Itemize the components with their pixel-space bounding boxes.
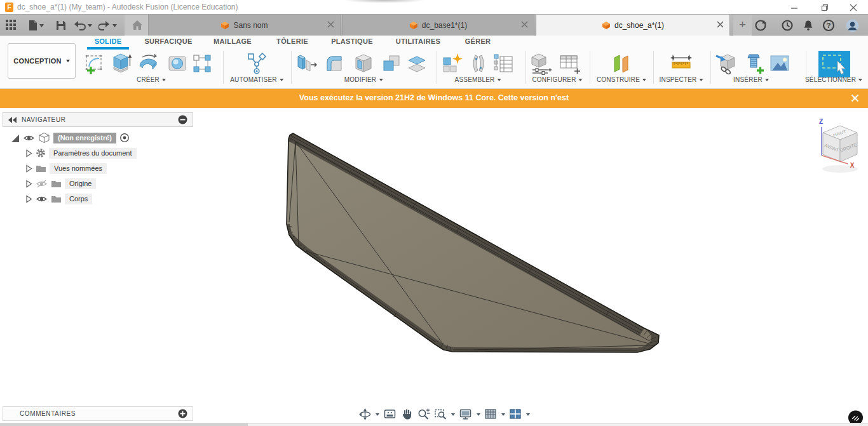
ribbon-tab-solide[interactable]: SOLIDE (95, 37, 122, 45)
construction-plane-icon[interactable] (610, 52, 633, 75)
shell-icon[interactable] (352, 52, 375, 75)
save-icon (55, 20, 67, 31)
fit-icon[interactable] (435, 408, 447, 420)
configure-icon[interactable] (529, 52, 552, 75)
tree-item-label[interactable]: Corps (65, 194, 92, 204)
viewport-canvas[interactable]: NAVIGATEUR (Non enregistré) Paramètres d… (0, 108, 868, 426)
eye-icon[interactable] (23, 133, 35, 143)
insert-derive-icon[interactable] (715, 52, 738, 75)
group-configurer[interactable]: CONFIGURER (532, 76, 582, 83)
tab-sans-nom[interactable]: Sans nom (148, 15, 341, 36)
ribbon-tab-surfacique[interactable]: SURFACIQUE (144, 37, 192, 45)
orbit-dropdown-caret[interactable] (376, 413, 379, 418)
notifications-button[interactable] (802, 19, 815, 32)
grid-dropdown-caret[interactable] (501, 413, 505, 418)
home-button[interactable] (125, 15, 150, 36)
create-sketch-icon[interactable] (84, 52, 107, 75)
recent-activity-button[interactable] (781, 19, 794, 32)
ribbon-tab-plastique[interactable]: PLASTIQUE (331, 37, 373, 45)
plus-circle-icon[interactable] (178, 409, 187, 418)
create-form-icon[interactable] (166, 52, 189, 75)
display-settings-icon[interactable] (459, 408, 472, 420)
fillet-icon[interactable] (323, 52, 346, 75)
tree-item-origine[interactable]: Origine (25, 177, 96, 190)
ribbon-tab-maillage[interactable]: MAILLAGE (214, 37, 252, 45)
comments-panel-header[interactable]: COMMENTAIRES (3, 406, 193, 421)
banner-close-icon[interactable] (851, 94, 859, 102)
automate-icon[interactable] (245, 52, 268, 75)
combine-icon[interactable] (380, 52, 403, 75)
collapse-panel-icon[interactable] (8, 117, 17, 123)
ribbon-tab-gerer[interactable]: GÉRER (465, 37, 491, 45)
file-menu-button[interactable] (27, 20, 44, 31)
tree-item-label[interactable]: Origine (65, 178, 96, 189)
group-construire[interactable]: CONSTRUIRE (597, 76, 646, 83)
group-in specter[interactable]: INSPECTER (659, 76, 703, 83)
navigator-panel-header[interactable]: NAVIGATEUR (3, 112, 193, 127)
grid-icon[interactable] (485, 408, 497, 420)
viewports-dropdown-caret[interactable] (526, 413, 530, 418)
pattern-icon[interactable] (191, 52, 214, 75)
measure-icon[interactable] (670, 52, 693, 75)
split-body-icon[interactable] (405, 52, 428, 75)
zoom-icon[interactable] (417, 408, 430, 420)
new-tab-button[interactable]: + (733, 15, 752, 36)
joint-icon[interactable] (467, 52, 490, 75)
ribbon-tab-utilitaires[interactable]: UTILITAIRES (396, 37, 440, 45)
tab-dc-shoe-a[interactable]: dc_shoe_a*(1) (536, 15, 730, 36)
group-creer[interactable]: CRÉER (137, 76, 166, 83)
expand-arrow-icon[interactable] (25, 164, 32, 173)
select-icon[interactable] (818, 51, 850, 77)
group-selectionner[interactable]: SÉLECTIONNER (805, 76, 862, 83)
tree-root-label[interactable]: (Non enregistré) (53, 133, 116, 143)
group-automatiser[interactable]: AUTOMATISER (230, 76, 283, 83)
insert-image-icon[interactable] (768, 52, 791, 75)
save-button[interactable] (55, 20, 67, 31)
minimize-button[interactable] (785, 2, 804, 13)
redo-button[interactable] (98, 20, 119, 31)
group-inserer[interactable]: INSÉRER (733, 76, 769, 83)
bom-icon[interactable] (492, 52, 515, 75)
insert-fastener-icon[interactable] (742, 52, 765, 75)
close-tab-icon[interactable] (521, 21, 528, 28)
tree-item-label[interactable]: Paramètres du document (49, 148, 137, 159)
tree-item-parametres[interactable]: Paramètres du document (25, 147, 137, 159)
press-pull-icon[interactable] (294, 52, 317, 75)
view-cube[interactable]: HAUT AVANT DROITE Z X (811, 116, 868, 176)
tab-dc-base1[interactable]: dc_base1*(1) (342, 15, 534, 36)
tree-root-row[interactable]: (Non enregistré) (10, 131, 130, 144)
orbit-icon[interactable] (359, 408, 371, 420)
configuration-table-icon[interactable] (558, 52, 581, 75)
group-assembler[interactable]: ASSEMBLER (455, 76, 501, 83)
help-button[interactable]: ? (822, 19, 835, 32)
tree-item-label[interactable]: Vues nommées (50, 163, 107, 174)
close-tab-icon[interactable] (717, 21, 724, 28)
close-window-button[interactable] (844, 2, 863, 13)
extrude-icon[interactable] (109, 52, 132, 75)
expand-arrow-icon[interactable] (25, 195, 32, 203)
eye-icon[interactable] (36, 194, 48, 204)
profile-avatar[interactable] (846, 19, 859, 32)
undo-button[interactable] (74, 20, 94, 31)
revolve-icon[interactable] (137, 52, 159, 75)
viewports-icon[interactable] (510, 408, 522, 420)
expand-arrow-icon[interactable] (25, 149, 32, 157)
tree-item-corps[interactable]: Corps (25, 192, 92, 205)
pan-icon[interactable] (401, 408, 413, 420)
group-modifier[interactable]: MODIFIER (344, 76, 383, 83)
workspace-selector[interactable]: CONCEPTION (8, 43, 76, 79)
maximize-button[interactable] (815, 2, 834, 13)
expand-arrow-icon[interactable] (25, 180, 32, 188)
fit-dropdown-caret[interactable] (451, 413, 455, 418)
radio-focus-icon[interactable] (119, 133, 130, 143)
close-tab-icon[interactable] (327, 21, 334, 28)
tree-item-vues-nommees[interactable]: Vues nommées (25, 162, 107, 175)
job-status-button[interactable] (754, 19, 767, 32)
minus-circle-icon[interactable] (178, 115, 187, 124)
look-at-icon[interactable] (384, 408, 397, 420)
display-dropdown-caret[interactable] (477, 413, 480, 418)
ribbon-tab-tolerie[interactable]: TÔLERIE (276, 37, 308, 45)
eye-hidden-icon[interactable] (36, 179, 48, 189)
new-component-icon[interactable] (440, 52, 463, 75)
app-grid-button[interactable] (6, 20, 17, 30)
